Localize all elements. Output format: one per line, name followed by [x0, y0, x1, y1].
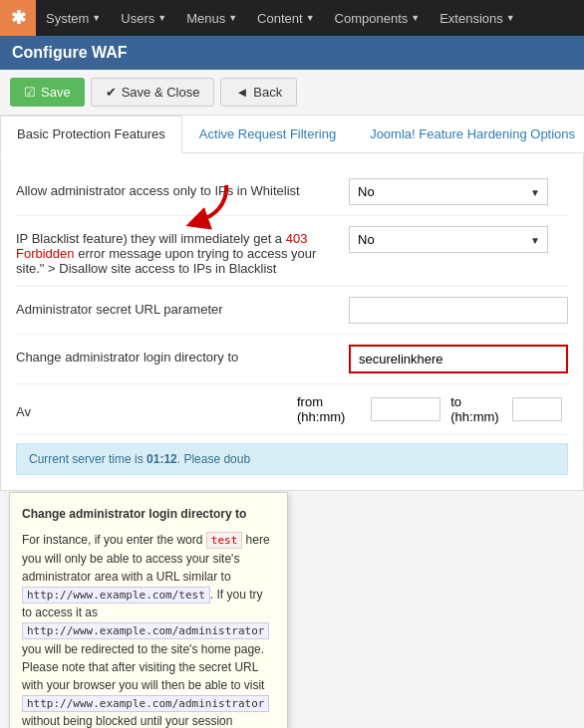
secret-url-control — [349, 297, 568, 324]
top-navigation: ✱ System ▼ Users ▼ Menus ▼ Content ▼ Com… — [0, 0, 584, 36]
save-close-button[interactable]: ✔ Save & Close — [91, 78, 215, 107]
blacklist-row: IP Blacklist feature) they will immediat… — [16, 216, 568, 287]
time-controls: from (hh:mm) to (hh:mm) — [297, 394, 568, 424]
content-area: Allow administrator access only to IPs i… — [0, 153, 584, 491]
time-row: Av from (hh:mm) to (hh:mm) — [16, 384, 568, 435]
toolbar: ☑ Save ✔ Save & Close ◄ Back — [0, 70, 584, 116]
nav-system[interactable]: System ▼ — [36, 0, 111, 36]
code-url-test: http://www.example.com/test — [22, 587, 210, 604]
login-dir-control — [349, 345, 568, 373]
tooltip-body: For instance, if you enter the word test… — [22, 531, 275, 728]
forbidden-text: 403Forbidden — [16, 231, 307, 261]
tab-active-request-filtering[interactable]: Active Request Filtering — [182, 116, 353, 152]
nav-menus[interactable]: Menus ▼ — [176, 0, 247, 36]
back-icon: ◄ — [235, 85, 248, 100]
whitelist-label: Allow administrator access only to IPs i… — [16, 178, 349, 198]
nav-components[interactable]: Components ▼ — [325, 0, 431, 36]
page-title: Configure WAF — [12, 44, 128, 61]
blacklist-select-wrap: No Yes ▼ — [349, 226, 548, 253]
secret-url-row: Administrator secret URL parameter — [16, 287, 568, 335]
blacklist-select[interactable]: No Yes — [349, 226, 548, 253]
chevron-down-icon: ▼ — [228, 13, 237, 23]
login-dir-row: Change administrator login directory to — [16, 335, 568, 384]
whitelist-row: Allow administrator access only to IPs i… — [16, 168, 568, 216]
logo-icon: ✱ — [0, 0, 36, 36]
check-icon: ☑ — [24, 85, 36, 100]
tooltip-title: Change administrator login directory to — [22, 505, 275, 523]
time-suffix: . Please doub — [177, 452, 250, 466]
page-header: Configure WAF — [0, 36, 584, 70]
from-label: from (hh:mm) — [297, 394, 361, 424]
nav-content[interactable]: Content ▼ — [247, 0, 324, 36]
save-button[interactable]: ☑ Save — [10, 78, 85, 107]
code-url-admin1: http://www.example.com/administrator — [22, 622, 269, 639]
tooltip-box: Change administrator login directory to … — [9, 492, 288, 728]
secret-url-label: Administrator secret URL parameter — [16, 297, 349, 317]
chevron-down-icon: ▼ — [506, 13, 515, 23]
login-dir-label: Change administrator login directory to — [16, 345, 349, 364]
check-icon: ✔ — [106, 85, 117, 100]
time-notice-text: Current server time is — [29, 452, 146, 466]
secret-url-input[interactable] — [349, 297, 568, 324]
code-test: test — [206, 532, 243, 549]
code-url-admin2: http://www.example.com/administrator — [22, 695, 269, 712]
whitelist-select-wrap: No Yes ▼ — [349, 178, 548, 205]
time-to-input[interactable] — [512, 397, 562, 421]
tab-hardening-options[interactable]: Joomla! Feature Hardening Options — [353, 116, 584, 152]
time-from-input[interactable] — [371, 397, 440, 421]
blacklist-label: IP Blacklist feature) they will immediat… — [16, 226, 349, 276]
blacklist-control: No Yes ▼ — [349, 226, 568, 253]
chevron-down-icon: ▼ — [306, 13, 315, 23]
nav-extensions[interactable]: Extensions ▼ — [430, 0, 525, 36]
tab-basic-protection[interactable]: Basic Protection Features — [0, 116, 182, 153]
login-dir-input[interactable] — [349, 345, 568, 373]
chevron-down-icon: ▼ — [411, 13, 420, 23]
whitelist-select[interactable]: No Yes — [349, 178, 548, 205]
av-label: Av — [16, 399, 297, 419]
tab-bar: Basic Protection Features Active Request… — [0, 116, 584, 153]
chevron-down-icon: ▼ — [157, 13, 166, 23]
chevron-down-icon: ▼ — [92, 13, 101, 23]
nav-menu: System ▼ Users ▼ Menus ▼ Content ▼ Compo… — [36, 0, 525, 36]
to-label: to (hh:mm) — [450, 394, 502, 424]
time-notice-bar: Current server time is 01:12. Please dou… — [16, 443, 568, 475]
current-time: 01:12 — [146, 452, 177, 466]
nav-users[interactable]: Users ▼ — [111, 0, 176, 36]
whitelist-control: No Yes ▼ — [349, 178, 568, 205]
back-button[interactable]: ◄ Back — [220, 78, 297, 107]
